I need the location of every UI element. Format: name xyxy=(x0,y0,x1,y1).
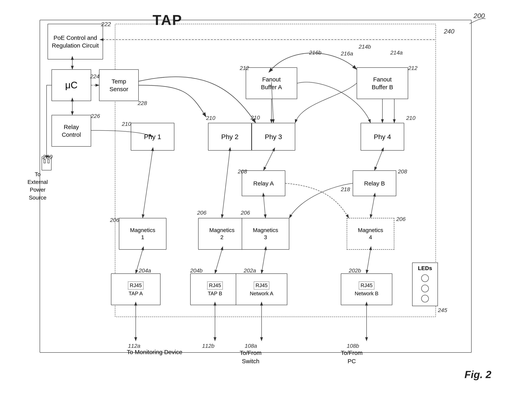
relay-control-box: RelayControl xyxy=(51,115,91,147)
ref-206a: 206 xyxy=(110,217,119,223)
ref-228: 228 xyxy=(138,100,147,106)
rj45-tap-a-inner: RJ45 xyxy=(128,282,144,290)
figure-label: Fig. 2 xyxy=(464,369,491,380)
fanout-a-label: FanoutBuffer A xyxy=(261,75,282,91)
ref-224: 224 xyxy=(90,73,100,80)
phy3-label: Phy 3 xyxy=(265,132,282,141)
relay-a-label: Relay A xyxy=(253,180,274,187)
magnetics4-box: Magnetics4 xyxy=(347,218,394,250)
led-3 xyxy=(421,295,429,302)
ref-216a: 216a xyxy=(341,51,353,57)
ref-202b: 202b xyxy=(349,268,361,274)
ref-108a: 108a xyxy=(245,343,257,349)
rj45-net-b-label: Network B xyxy=(355,290,378,297)
ref-210d: 210 xyxy=(406,115,416,121)
magnetics1-box: Magnetics1 xyxy=(119,218,166,250)
rj45-tap-a-box: RJ45 TAP A xyxy=(111,273,160,305)
ref-112b: 112b xyxy=(202,343,214,349)
ext-power-label: ToExternalPowerSource xyxy=(26,170,50,202)
ref-240: 240 xyxy=(444,28,454,35)
ref-204b: 204b xyxy=(190,268,202,274)
magnetics4-label: Magnetics4 xyxy=(358,227,383,241)
temp-sensor-label: TempSensor xyxy=(109,78,128,93)
leds-box: LEDs xyxy=(412,262,438,306)
led-1 xyxy=(421,275,429,282)
ref-204a: 204a xyxy=(139,268,151,274)
rj45-net-b-box: RJ45 Network B xyxy=(341,273,392,305)
ref-245: 245 xyxy=(438,307,447,313)
tap-label: TAP xyxy=(152,12,182,28)
rj45-tap-b-inner: RJ45 xyxy=(207,282,223,290)
ref-226: 226 xyxy=(91,113,100,119)
ref-212a: 212 xyxy=(240,65,249,71)
ref-208b: 208 xyxy=(398,168,407,175)
ref-200: 200 xyxy=(474,12,485,20)
ref-112a: 112a xyxy=(128,343,140,349)
rj45-net-a-box: RJ45 Network A xyxy=(236,273,287,305)
phy3-box: Phy 3 xyxy=(252,123,295,151)
ref-210c: 210 xyxy=(251,115,260,121)
magnetics2-label: Magnetics2 xyxy=(209,227,235,241)
rj45-tap-b-label: TAP B xyxy=(208,290,222,297)
rj45-net-b-inner: RJ45 xyxy=(359,282,374,290)
ref-108b: 108b xyxy=(347,343,359,349)
relay-b-box: Relay B xyxy=(353,170,396,196)
pc-label: To/FromPC xyxy=(341,349,363,365)
ref-216b: 216b xyxy=(309,50,321,56)
uc-box: μC xyxy=(51,69,91,101)
uc-label: μC xyxy=(65,79,78,91)
phy2-box: Phy 2 xyxy=(208,123,252,151)
ref-214b: 214b xyxy=(359,44,371,50)
ref-214a: 214a xyxy=(390,50,403,56)
ref-208a: 208 xyxy=(238,168,247,175)
relay-a-box: Relay A xyxy=(242,170,285,196)
phy4-label: Phy 4 xyxy=(374,132,391,141)
rj45-net-a-label: Network A xyxy=(250,290,273,297)
ref-206d: 206 xyxy=(396,216,406,222)
poe-control-box: PoE Control andRegulation Circuit xyxy=(48,24,103,59)
relay-b-label: Relay B xyxy=(364,180,385,187)
leds-label: LEDs xyxy=(418,265,432,271)
magnetics3-box: Magnetics3 xyxy=(242,218,289,250)
rj45-tap-b-box: RJ45 TAP B xyxy=(190,273,240,305)
ref-222: 222 xyxy=(101,21,111,28)
magnetics2-box: Magnetics2 xyxy=(198,218,246,250)
ref-206c: 206 xyxy=(241,210,250,216)
diagram-container: 200 TAP 240 PoE Control andRegulation Ci… xyxy=(24,8,503,384)
phy1-box: Phy 1 xyxy=(131,123,174,151)
ref-210a: 210 xyxy=(122,121,131,127)
ref-230: 230 xyxy=(43,153,52,160)
phy1-label: Phy 1 xyxy=(144,132,161,141)
rj45-net-a-inner: RJ45 xyxy=(254,282,269,290)
magnetics1-label: Magnetics1 xyxy=(130,227,155,241)
monitoring-label: To Monitoring Device xyxy=(127,349,182,355)
poe-control-label: PoE Control andRegulation Circuit xyxy=(52,34,99,49)
fanout-b-label: FanoutBuffer B xyxy=(372,75,393,91)
led-2 xyxy=(421,285,429,292)
ref-206b: 206 xyxy=(197,210,207,216)
ref-210b: 210 xyxy=(206,115,215,121)
phy4-box: Phy 4 xyxy=(361,123,404,151)
magnetics3-label: Magnetics3 xyxy=(253,227,278,241)
ref-202a: 202a xyxy=(244,268,256,274)
phy2-label: Phy 2 xyxy=(221,132,238,141)
relay-control-label: RelayControl xyxy=(62,123,81,138)
fanout-buffer-b-box: FanoutBuffer B xyxy=(357,67,408,99)
ref-212b: 212 xyxy=(408,65,417,71)
switch-label: To/FromSwitch xyxy=(240,349,262,365)
fanout-buffer-a-box: FanoutBuffer A xyxy=(246,67,297,99)
rj45-tap-a-label: TAP A xyxy=(129,290,143,297)
temp-sensor-box: TempSensor xyxy=(99,69,139,101)
ref-218: 218 xyxy=(341,186,350,193)
